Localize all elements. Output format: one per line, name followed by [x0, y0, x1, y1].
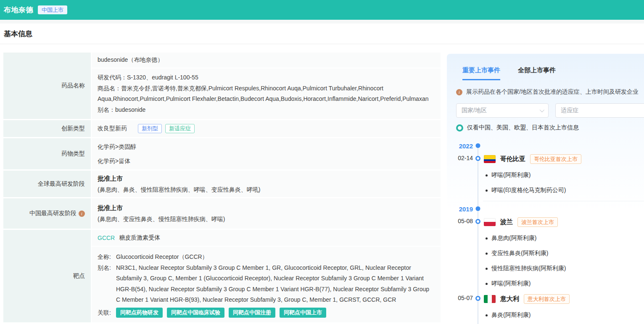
- china-stage-info-icon[interactable]: i: [79, 211, 85, 217]
- tab-all-launch-events[interactable]: 全部上市事件: [518, 66, 556, 80]
- events-filters: 国家/地区 适应症: [456, 103, 644, 118]
- bullet-icon: [486, 237, 488, 240]
- alias-line: 别名：budesonide: [98, 105, 435, 116]
- drug-title: 布地奈德: [4, 5, 33, 15]
- indication-item: 哮喘(阿斯利康): [486, 171, 644, 180]
- china-stage-label: 中国最高研发阶段: [29, 210, 77, 217]
- event-country: 哥伦比亚: [500, 155, 525, 163]
- innovation-label: 创新类型: [61, 125, 85, 132]
- drug-name-details: 研发代码：S-1320、eudragit L-100-55 商品名：普米克令舒,…: [92, 68, 441, 119]
- year-dot-icon: [476, 143, 480, 148]
- event-country: 波兰: [500, 218, 513, 226]
- events-tabs: 重要上市事件 全部上市事件: [447, 54, 644, 80]
- drug-type-item: 化学药>甾体: [98, 154, 435, 168]
- event-header: 哥伦比亚 哥伦比亚首次上市: [484, 154, 644, 164]
- italy-flag-icon: [484, 295, 496, 303]
- timeline-event-colombia: 02-14 哥伦比亚 哥伦比亚首次上市 哮喘(阿斯利康) 哮喘(印度格伦马克制药…: [447, 154, 644, 195]
- indication-text: 慢性阻塞性肺疾病(阿斯利康): [491, 265, 566, 272]
- bullet-icon: [486, 253, 488, 255]
- drug-type-item: 化学药>类固醇: [98, 140, 435, 154]
- innovation-value-cell: 改良型新药 新剂型 新适应症: [92, 120, 441, 137]
- timeline-year: 2022: [447, 142, 473, 150]
- country-region-select[interactable]: 国家/地区: [456, 103, 549, 118]
- global-stage-cell: 批准上市 (鼻息肉、鼻炎、慢性阻塞性肺疾病、哮喘、变应性鼻炎、哮吼): [92, 171, 441, 197]
- innovation-value: 改良型新药: [98, 125, 127, 132]
- indication-item: 哮喘(阿斯利康): [486, 279, 644, 288]
- section-header: 基本信息: [0, 24, 644, 44]
- basic-info-table: 药品名称 budesonide（布地奈德） 研发代码：S-1320、eudrag…: [3, 53, 441, 324]
- indication-text: 哮喘(阿斯利康): [491, 171, 531, 179]
- indication-list: 鼻息肉(阿斯利康) 变应性鼻炎(阿斯利康) 慢性阻塞性肺疾病(阿斯利康) 哮喘(…: [486, 234, 644, 288]
- target-code-link[interactable]: GCCR: [98, 234, 115, 241]
- target-alias-value: NR3C1, Nuclear Receptor Subfamily 3 Grou…: [116, 263, 435, 306]
- drug-name-value: budesonide（布地奈德）: [92, 53, 441, 68]
- bullet-icon: [486, 174, 488, 176]
- hint-info-icon: i: [456, 89, 462, 95]
- fullname-label: 全称:: [98, 252, 116, 263]
- event-header: 意大利 意大利首次上市: [484, 294, 644, 304]
- launch-timeline: 2022 02-14 哥伦比亚 哥伦比亚首次上市 哮喘(阿斯利康) 哮喘(印度格…: [447, 142, 644, 324]
- events-hint-row: i 展示药品在各个国家/地区首次批准的适应症、上市时间及研发企业: [456, 88, 644, 96]
- china-stage-indications: (鼻息肉、变应性鼻炎、慢性阻塞性肺疾病、哮喘): [98, 213, 435, 225]
- event-dot-icon: [475, 219, 480, 224]
- timeline-year-row: 2022: [447, 142, 644, 152]
- event-header: 波兰 波兰首次上市: [484, 217, 644, 227]
- target-label: 靶点: [73, 272, 85, 280]
- trade-name-line: 商品名：普米克令舒,雷诺考特,普米克都保,Pulmicort Respules,…: [98, 83, 435, 105]
- event-date: 02-14: [447, 155, 473, 161]
- same-target-china-launch-button[interactable]: 同靶点中国上市: [280, 308, 326, 318]
- timeline-group-divider: [483, 201, 644, 201]
- indication-list: 哮喘(阿斯利康) 哮喘(印度格伦马克制药公司): [486, 171, 644, 195]
- row-label: 创新类型: [3, 120, 91, 137]
- drug-name-label: 药品名称: [61, 82, 85, 90]
- event-date: 05-08: [447, 218, 473, 224]
- global-stage-value: 批准上市: [98, 173, 435, 184]
- chevron-down-icon: [540, 108, 544, 112]
- same-target-china-trials-button[interactable]: 同靶点中国临床试验: [167, 308, 224, 318]
- drug-type-cell: 化学药>类固醇 化学药>甾体: [92, 138, 441, 169]
- bullet-icon: [486, 314, 488, 316]
- section-title: 基本信息: [4, 29, 32, 39]
- timeline-year-row: 2019: [447, 205, 644, 215]
- tab-important-launch-events[interactable]: 重要上市事件: [462, 66, 500, 80]
- table-row-target: 靶点 GCCR 糖皮质激素受体 全称: Glucocorticoid Recep…: [3, 230, 441, 322]
- year-dot-icon: [476, 206, 480, 211]
- same-target-rnd-button[interactable]: 同靶点药物研发: [116, 308, 163, 318]
- event-dot-icon: [475, 156, 480, 161]
- new-indication-badge[interactable]: 新适应症: [165, 124, 195, 133]
- china-stage-cell: 批准上市 (鼻息肉、变应性鼻炎、慢性阻塞性肺疾病、哮喘): [92, 198, 441, 229]
- global-stage-label: 全球最高研发阶段: [38, 180, 85, 188]
- row-label: 药物类型: [3, 138, 91, 169]
- country-region-placeholder: 国家/地区: [462, 107, 540, 114]
- table-row-innovation-type: 创新类型 改良型新药 新剂型 新适应症: [3, 120, 441, 137]
- header-divider-strip: [0, 20, 644, 24]
- new-formulation-badge[interactable]: 新剂型: [138, 124, 162, 133]
- indication-placeholder: 适应症: [561, 107, 644, 114]
- launch-events-card: 重要上市事件 全部上市事件 i 展示药品在各个国家/地区首次批准的适应症、上市时…: [447, 54, 644, 324]
- same-target-china-registration-button[interactable]: 同靶点中国注册: [229, 308, 275, 318]
- indication-text: 鼻炎(阿斯利康): [491, 311, 531, 319]
- indication-select[interactable]: 适应症: [555, 103, 644, 118]
- row-label: 全球最高研发阶段: [3, 171, 91, 197]
- row-label: 药品名称: [3, 53, 91, 119]
- major-markets-radio-label: 仅看中国、美国、欧盟、日本首次上市信息: [467, 124, 579, 132]
- row-label: 靶点: [3, 230, 91, 322]
- row-label: 中国最高研发阶段 i: [3, 198, 91, 229]
- timeline-event-italy: 05-07 意大利 意大利首次上市 鼻炎(阿斯利康) 哮喘(阿斯利康): [447, 294, 644, 324]
- target-links-row: 关联: 同靶点药物研发 同靶点中国临床试验 同靶点中国注册 同靶点中国上市: [98, 308, 435, 319]
- table-row-global-stage: 全球最高研发阶段 批准上市 (鼻息肉、鼻炎、慢性阻塞性肺疾病、哮喘、变应性鼻炎、…: [3, 171, 441, 197]
- table-row-china-stage: 中国最高研发阶段 i 批准上市 (鼻息肉、变应性鼻炎、慢性阻塞性肺疾病、哮喘): [3, 198, 441, 229]
- indication-text: 哮喘(印度格伦马克制药公司): [491, 187, 566, 194]
- fullname-value: Glucocorticoid Receptor（GCCR）: [116, 252, 435, 263]
- indication-item: 鼻息肉(阿斯利康): [486, 234, 644, 243]
- indication-text: 哮喘(阿斯利康): [491, 280, 531, 287]
- indication-list: 鼻炎(阿斯利康) 哮喘(阿斯利康): [486, 311, 644, 324]
- target-header-cell: GCCR 糖皮质激素受体: [92, 230, 441, 246]
- radio-icon[interactable]: [456, 124, 463, 132]
- indication-item: 鼻炎(阿斯利康): [486, 311, 644, 320]
- indication-text: 鼻息肉(阿斯利康): [491, 234, 536, 242]
- colombia-flag-icon: [484, 155, 496, 163]
- target-alias-label: 别名:: [98, 263, 116, 306]
- major-markets-radio[interactable]: 仅看中国、美国、欧盟、日本首次上市信息: [456, 124, 644, 132]
- china-listed-badge[interactable]: 中国上市: [38, 5, 67, 14]
